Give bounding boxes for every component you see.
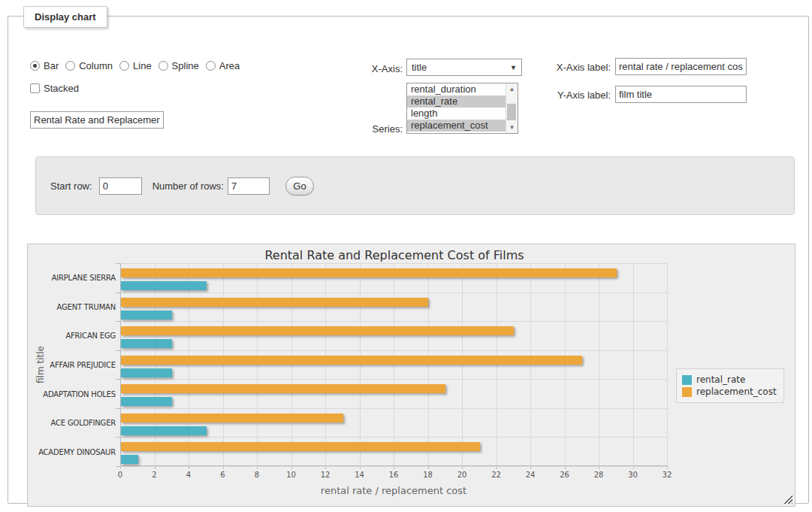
x-tick-label: 10 <box>276 471 306 479</box>
chart-type-radio-bar[interactable] <box>30 61 40 71</box>
y-axis-line <box>120 263 121 466</box>
x-axis-title: rental rate / replacement cost <box>120 485 667 496</box>
stacked-checkbox[interactable] <box>30 83 40 93</box>
category-label: ACE GOLDFINGER <box>32 419 116 427</box>
legend-label: rental_rate <box>696 374 745 385</box>
legend-swatch-icon <box>682 375 692 385</box>
chart-title-input[interactable] <box>30 111 164 129</box>
num-rows-input[interactable] <box>228 177 270 195</box>
xaxis-select[interactable]: title ▼ <box>406 59 522 76</box>
bar-replacement_cost <box>121 298 428 307</box>
x-tick-label: 6 <box>208 471 238 479</box>
x-axis-tick <box>667 466 668 469</box>
gridline <box>120 408 667 409</box>
gridline <box>155 263 155 466</box>
gridline <box>325 263 326 466</box>
gridline <box>120 263 667 264</box>
chart-type-radio-column[interactable] <box>65 61 75 71</box>
category-label: ADAPTATION HOLES <box>32 390 116 398</box>
x-tick-label: 24 <box>515 471 545 479</box>
gridline <box>633 263 634 466</box>
bar-rental_rate <box>121 339 172 348</box>
chart-type-label-bar[interactable]: Bar <box>44 60 59 71</box>
x-tick-label: 30 <box>618 471 648 479</box>
chart-type-label-spline[interactable]: Spline <box>172 60 199 71</box>
gridline <box>599 263 599 466</box>
start-row-input[interactable] <box>99 177 142 195</box>
x-tick-label: 4 <box>174 471 204 479</box>
bar-replacement_cost <box>121 414 343 423</box>
legend-item-replacement_cost[interactable]: replacement_cost <box>682 386 777 397</box>
gridline <box>394 263 394 466</box>
series-select-label: Series: <box>350 123 403 135</box>
series-option-rental_duration[interactable]: rental_duration <box>407 83 518 95</box>
x-tick-label: 18 <box>413 471 443 479</box>
display-chart-fieldset: Display chart BarColumnLineSplineArea St… <box>8 16 809 504</box>
series-multiselect[interactable]: rental_durationrental_ratelengthreplacem… <box>406 83 518 134</box>
scrollbar-thumb[interactable] <box>507 104 516 120</box>
series-option-rental_rate[interactable]: rental_rate <box>407 95 518 108</box>
category-label: AIRPLANE SIERRA <box>32 274 116 282</box>
chart-type-label-column[interactable]: Column <box>79 60 113 71</box>
chart-type-radio-group: BarColumnLineSplineArea <box>30 60 246 71</box>
x-tick-label: 22 <box>481 471 512 479</box>
bar-replacement_cost <box>121 442 480 451</box>
chart-type-radio-area[interactable] <box>206 61 216 71</box>
gridline <box>360 263 361 466</box>
category-label: AFRICAN EGG <box>32 332 116 340</box>
bar-rental_rate <box>121 281 207 290</box>
x-tick-label: 14 <box>345 471 375 479</box>
x-tick-label: 8 <box>242 471 272 479</box>
legend-swatch-icon <box>682 387 692 397</box>
stacked-label[interactable]: Stacked <box>44 83 79 94</box>
yaxis-label-input[interactable] <box>615 86 747 103</box>
chart-type-radio-line[interactable] <box>119 61 129 71</box>
bar-replacement_cost <box>121 356 582 365</box>
xaxis-label-input[interactable] <box>615 58 747 75</box>
chart-container: Rental Rate and Replacement Cost of Film… <box>27 244 795 507</box>
chart-type-label-area[interactable]: Area <box>219 60 240 71</box>
gridline <box>189 263 189 466</box>
stacked-row: Stacked <box>30 83 79 94</box>
x-tick-label: 16 <box>379 471 409 479</box>
category-label: ACADEMY DINOSAUR <box>32 448 116 456</box>
xaxis-select-label: X-Axis: <box>350 63 403 74</box>
bar-rental_rate <box>121 455 138 464</box>
gridline <box>120 321 667 322</box>
gridline <box>667 263 668 466</box>
gridline <box>120 350 667 351</box>
bar-rental_rate <box>121 368 172 377</box>
go-button[interactable]: Go <box>285 177 314 195</box>
x-tick-label: 12 <box>310 471 340 479</box>
category-label: AGENT TRUMAN <box>32 303 116 311</box>
start-row-label: Start row: <box>50 180 92 192</box>
gridline <box>223 263 224 466</box>
bar-replacement_cost <box>121 384 445 393</box>
chart-type-radio-spline[interactable] <box>158 61 168 71</box>
gridline <box>120 379 667 380</box>
bar-replacement_cost <box>121 326 514 335</box>
gridline <box>428 263 429 466</box>
gridline <box>565 263 566 466</box>
series-option-length[interactable]: length <box>407 108 518 120</box>
category-label: AFFAIR PREJUDICE <box>32 361 116 369</box>
yaxis-label-label: Y-Axis label: <box>543 89 611 101</box>
gridline <box>462 263 463 466</box>
chevron-down-icon: ▼ <box>510 64 517 71</box>
legend-item-rental_rate[interactable]: rental_rate <box>682 374 777 385</box>
fieldset-legend: Display chart <box>23 6 107 28</box>
xaxis-label-label: X-Axis label: <box>543 62 611 73</box>
plot-area: 02468101214161820222426283032AIRPLANE SI… <box>120 263 667 466</box>
series-option-replacement_cost[interactable]: replacement_cost <box>407 120 518 132</box>
x-tick-label: 28 <box>584 471 614 479</box>
y-axis-tick <box>116 466 120 467</box>
resize-handle-icon[interactable] <box>783 495 792 504</box>
scroll-up-icon[interactable]: ▲ <box>509 83 515 92</box>
bar-rental_rate <box>121 397 172 406</box>
chart-type-label-line[interactable]: Line <box>133 60 152 71</box>
x-axis-line <box>120 465 667 466</box>
scroll-down-icon[interactable]: ▼ <box>509 124 515 133</box>
num-rows-label: Number of rows: <box>152 180 224 192</box>
row-range-panel: Start row: Number of rows: Go <box>35 156 795 215</box>
gridline <box>257 263 258 466</box>
